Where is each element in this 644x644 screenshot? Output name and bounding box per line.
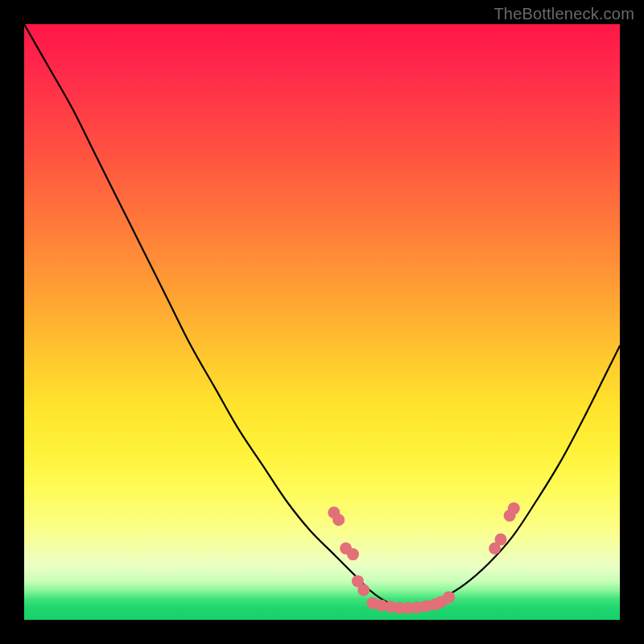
- chart-svg: [24, 24, 620, 620]
- watermark-text: TheBottleneck.com: [493, 5, 634, 23]
- marker-dot: [443, 591, 455, 603]
- bottleneck-curve: [24, 24, 620, 608]
- plot-area: [24, 24, 620, 620]
- marker-dot: [508, 502, 520, 514]
- highlight-markers: [328, 502, 519, 614]
- marker-dot: [357, 584, 369, 597]
- chart-frame: TheBottleneck.com: [0, 0, 644, 644]
- marker-dot: [347, 548, 359, 560]
- marker-dot: [332, 514, 345, 526]
- marker-dot: [495, 534, 507, 546]
